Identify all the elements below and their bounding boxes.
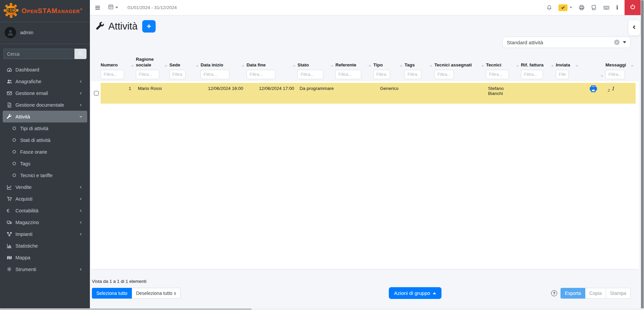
user-panel[interactable]: admin [0, 22, 90, 44]
navbar-left: 01/01/2024 - 31/12/2024 [90, 4, 177, 11]
filter-tecnici-assegnati[interactable] [434, 70, 454, 79]
gear-icon [7, 267, 15, 272]
print-button[interactable]: Stampa [606, 288, 631, 299]
vertical-scrollbar[interactable] [641, 0, 644, 310]
caret-down-icon [623, 41, 626, 43]
table-summary: Vista da 1 a 1 di 1 elementi [92, 279, 641, 284]
sort-icon [601, 75, 603, 76]
group-actions-button[interactable]: Azioni di gruppo [389, 287, 442, 299]
filter-sede[interactable] [169, 70, 185, 79]
cell-print [580, 83, 605, 104]
sidebar-item-magazzino[interactable]: Magazzino [3, 216, 87, 228]
sidebar-item-attivita[interactable]: Attività [3, 111, 87, 122]
printer-icon[interactable] [589, 89, 597, 94]
sidebar-item-dashboard[interactable]: Dashboard [3, 64, 87, 75]
col-stato[interactable]: Stato [298, 55, 335, 81]
sidebar-item-stati-di-attivita[interactable]: Stati di attività [8, 134, 87, 146]
sort-icon [400, 65, 402, 66]
footer-bar: Seleziona tutto Deseleziona tutto0 Azion… [92, 287, 631, 300]
search-button[interactable] [74, 49, 87, 59]
col-data-inizio[interactable]: Data inizio [201, 55, 247, 81]
filter-stato[interactable] [298, 70, 323, 79]
sidebar-item-tecnici-e-tariffe[interactable]: Tecnici e tariffe [8, 169, 87, 181]
sidebar-item-gestione-documentale[interactable]: Gestione documentale [3, 99, 87, 111]
sidebar-item-tipi-di-attivita[interactable]: Tipi di attività [8, 122, 87, 134]
app-window: OSM OpenSTAManager® admin [0, 0, 644, 310]
date-range[interactable]: 01/01/2024 - 31/12/2024 [127, 5, 177, 10]
sidebar-item-impianti[interactable]: Impianti [3, 228, 87, 240]
book-icon[interactable] [591, 5, 597, 10]
view-select-value: Standard attività [507, 40, 614, 45]
filter-referente[interactable] [335, 70, 361, 79]
chevron-left-icon [79, 209, 84, 212]
help-icon[interactable]: ? [551, 290, 557, 296]
diagram-icon [7, 231, 15, 237]
row-checkbox[interactable] [94, 91, 99, 96]
col-data-fine[interactable]: Data fine [247, 55, 298, 81]
menu-icon[interactable] [95, 5, 101, 11]
deselect-all-button[interactable]: Deseleziona tutto0 [132, 288, 180, 299]
col-tipo[interactable]: Tipo [373, 55, 405, 81]
col-numero[interactable]: Numero [101, 55, 136, 81]
sort-icon [165, 65, 167, 66]
filter-data-fine[interactable] [247, 70, 275, 79]
col-messaggi[interactable]: Messaggi [605, 55, 636, 81]
caret-down-icon[interactable] [570, 7, 572, 8]
cell-tags [405, 83, 434, 104]
export-button[interactable]: Esporta [560, 288, 585, 299]
sort-icon [516, 65, 519, 66]
sort-icon [430, 65, 432, 66]
filter-tags[interactable] [405, 70, 421, 79]
sidebar-item-anagrafiche[interactable]: Anagrafiche [3, 75, 87, 87]
cell-ragione-sociale: Mario Rossi [136, 83, 169, 104]
filter-messaggi[interactable] [605, 70, 625, 79]
sort-icon [631, 65, 634, 66]
sidebar-item-tags[interactable]: Tags [8, 158, 87, 169]
filter-numero[interactable] [101, 70, 124, 79]
col-referente[interactable]: Referente [335, 55, 373, 81]
col-print[interactable] [580, 55, 605, 81]
control-sidebar-toggle[interactable] [628, 20, 640, 36]
col-tags[interactable]: Tags [405, 55, 434, 81]
sidebar-item-vendite[interactable]: Vendite [3, 181, 87, 193]
sidebar-item-strumenti[interactable]: Strumenti [3, 263, 87, 275]
select-all-button[interactable]: Seleziona tutto [92, 288, 132, 299]
calendar-dropdown[interactable] [108, 4, 118, 11]
clear-icon[interactable]: × [614, 40, 620, 45]
printer-icon[interactable] [579, 5, 585, 11]
filter-rif-fattura[interactable] [521, 70, 543, 79]
view-select[interactable]: Standard attività × [502, 37, 631, 48]
filter-tecnici[interactable] [486, 70, 509, 79]
col-inviata[interactable]: Inviata [556, 55, 580, 81]
wrench-icon [96, 22, 105, 31]
circle-icon [12, 161, 20, 166]
cell-numero: 1 [101, 83, 136, 104]
sidebar-item-mappa[interactable]: Mappa [3, 252, 87, 263]
col-tecnici[interactable]: Tecnici [486, 55, 521, 81]
brand-logo[interactable]: OSM OpenSTAManager® [0, 0, 90, 22]
filter-inviata[interactable] [556, 70, 569, 79]
filter-data-inizio[interactable] [201, 70, 229, 79]
search-input[interactable] [3, 49, 74, 59]
col-rif-fattura[interactable]: Rif. fattura [521, 55, 556, 81]
add-button[interactable]: + [142, 20, 156, 33]
table-row[interactable]: 1 Mario Rossi 12/06/2024 16:00 12/06/202… [91, 83, 636, 104]
col-tecnici-assegnati[interactable]: Tecnici assegnati [434, 55, 486, 81]
sidebar-item-gestione-email[interactable]: Gestione email [3, 87, 87, 99]
info-icon[interactable]: i [616, 4, 618, 11]
col-ragione-sociale[interactable]: Ragione sociale [136, 55, 169, 81]
filter-tipo[interactable] [373, 70, 390, 79]
sidebar-item-acquisti[interactable]: Acquisti [3, 193, 87, 205]
sidebar-item-statistiche[interactable]: Statistiche [3, 240, 87, 252]
keyboard-icon[interactable] [603, 5, 610, 11]
chevron-left-icon [79, 221, 84, 224]
filter-ragione-sociale[interactable] [136, 70, 159, 79]
col-sede[interactable]: Sede [169, 55, 201, 81]
power-button[interactable] [625, 0, 641, 15]
sidebar-item-contabilita[interactable]: € Contabilità [3, 205, 87, 216]
horizontal-scrollbar[interactable] [0, 308, 644, 310]
check-toggle-icon[interactable] [558, 4, 568, 11]
copy-button[interactable]: Copia [585, 288, 606, 299]
bell-icon[interactable] [546, 5, 552, 10]
sidebar-item-fasce-orarie[interactable]: Fasce orarie [8, 146, 87, 158]
